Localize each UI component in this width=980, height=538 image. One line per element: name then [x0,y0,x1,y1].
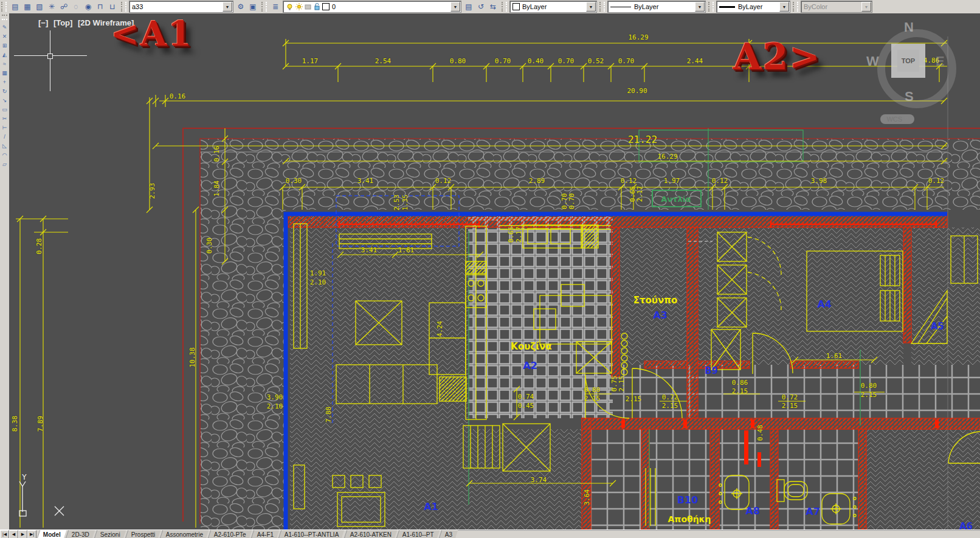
room-label: Στούνπο [633,295,678,306]
layout-tab-prospetti[interactable]: Prospetti [125,530,160,538]
dimension-label: 2.44 [687,57,703,65]
layer-previous-icon[interactable]: ▣ [247,1,259,12]
layout-tab-a1-610--pt-antlia[interactable]: A1-610--PT-ANTLIA [278,530,345,538]
dimension-label: 1.97 [664,177,680,185]
dimension-label: 2.10 [310,278,326,286]
room-label: A8 [745,505,760,517]
dimension-label: 10.38 [188,347,196,367]
layer-freeze-icon[interactable]: ✳ [46,1,58,12]
layout-tab-assonometrie[interactable]: Assonometrie [160,530,209,538]
copy-icon[interactable]: ⊞ [1,41,9,50]
offset-icon[interactable]: ≈ [1,59,9,68]
room-label: A1 [424,501,438,512]
chevron-down-icon[interactable]: ▼ [779,2,789,12]
linetype-combo[interactable]: ByLayer ▼ [607,1,706,13]
layout-tab-a1-610--pt[interactable]: A1-610--PT [396,530,440,538]
tab-nav-3[interactable]: ▶| [27,530,36,538]
dimension-label: 0.72 [662,393,678,401]
dimension-label: 1.17 [302,57,319,65]
layer-translate-icon[interactable]: ⇆ [487,1,499,12]
viewcube-top-face[interactable]: TOP [891,44,925,78]
layout-tab-a4-f1[interactable]: A4-F1 [251,530,280,538]
viewcube-north[interactable]: N [904,19,914,35]
sun-icon[interactable] [295,3,303,11]
layers-properties-icon[interactable]: ▤ [9,1,21,12]
layout-tab-a2-610-atken[interactable]: A2-610-ATKEN [343,530,397,538]
layer-settings-gear-icon[interactable]: ⚙ [235,1,247,12]
toolbar-grip[interactable] [2,15,7,20]
dimension-label: 2.53 [393,195,401,211]
dimension-label: 0.70 [618,57,635,65]
layer-states-icon[interactable]: ▦ [21,1,33,12]
make-object-layer-current-icon[interactable]: ▤ [463,1,475,12]
draw-line-icon[interactable]: ✎ [1,22,9,32]
array-icon[interactable]: ▦ [1,68,9,77]
chevron-down-icon[interactable]: ▼ [223,2,232,12]
toolbar-grip[interactable] [502,2,507,12]
layer-isolate-icon[interactable]: ▧ [33,1,46,12]
tab-nav-1[interactable]: ◀ [9,530,18,538]
layer-off-icon[interactable]: ◌ [70,1,82,12]
move-icon[interactable]: + [1,77,9,86]
layout-tab-2d-3d[interactable]: 2D-3D [66,530,95,538]
chevron-down-icon[interactable]: ▼ [695,2,705,12]
tab-nav-0[interactable]: |◀ [0,530,9,538]
dimension-label: 7.89 [36,416,44,432]
wcs-dropdown[interactable]: WCS ▽ [880,114,914,124]
chamfer-icon[interactable]: ◺ [1,141,9,150]
layer-extra-group: ▤↺⇆ [463,1,499,12]
dimension-label: 0.52 [588,57,604,65]
viewcube-east[interactable]: E [936,53,945,69]
stretch-icon[interactable]: ▭ [1,105,9,114]
fillet-icon[interactable]: ◠ [1,150,9,159]
toolbar-grip[interactable] [261,2,267,12]
layout-tab-a2-610-pte[interactable]: A2-610-PTe [208,530,252,538]
layer-unlock-icon[interactable]: ⊔ [106,1,119,12]
viewport-view-control[interactable]: [Top] [53,18,73,27]
trim-icon[interactable]: ✂ [1,114,9,123]
chevron-down-icon[interactable]: ▼ [586,2,596,12]
layer-state-combo[interactable]: a33 ▼ [129,1,233,13]
room-label: A4 [817,298,832,310]
lineweight-combo-value: ByLayer [738,3,762,10]
mirror-icon[interactable]: ◭ [1,50,9,59]
toolbar-grip[interactable] [121,2,126,12]
viewcube-south[interactable]: S [905,89,914,105]
plot-ghost-icon[interactable] [304,3,312,11]
explode-icon[interactable]: ▱ [1,159,9,168]
tab-nav-2[interactable]: ▶ [18,530,27,538]
chevron-down-icon[interactable]: ▼ [450,2,460,12]
model-space-canvas[interactable]: 16.291.172.540.800.700.400.700.520.702.4… [9,13,980,529]
plotstyle-combo: ByColor ▼ [801,1,872,13]
viewcube-west[interactable]: W [866,53,879,69]
toolbar-grip[interactable] [708,2,714,12]
rotate-icon[interactable]: ↻ [1,86,9,95]
layout-tab-a3[interactable]: A3 [438,530,458,538]
layer-walk-icon[interactable]: ☍ [58,1,70,12]
linetype-preview [610,7,631,7]
viewport-minus-control[interactable]: [−] [38,18,48,27]
layout-tab-model[interactable]: Model [37,530,66,538]
room-label: A6 [959,521,973,529]
scale-icon[interactable]: ↘ [1,95,9,105]
bulb-icon[interactable] [286,3,294,11]
toolbar-grip[interactable] [1,2,7,12]
layer-combo[interactable]: 0 ▼ [283,1,461,13]
lineweight-combo[interactable]: ByLayer ▼ [716,1,790,13]
viewcube[interactable]: N W E S TOP [865,23,960,118]
erase-icon[interactable]: ✕ [1,32,9,41]
wcs-label: WCS [886,116,902,123]
layout-tab-sezioni[interactable]: Sezioni [94,530,126,538]
toolbar-grip[interactable] [793,2,798,12]
layer-color-swatch[interactable] [322,3,330,10]
layer-properties-manager-icon[interactable]: ≣ [269,1,281,12]
toolbar-grip[interactable] [599,2,605,12]
layer-lock-icon[interactable]: ⊓ [94,1,106,12]
break-icon[interactable]: / [1,132,9,141]
color-combo[interactable]: ByLayer ▼ [509,1,597,13]
layer-previous-button-icon[interactable]: ↺ [475,1,487,12]
unlock-icon[interactable] [313,3,321,11]
extend-icon[interactable]: ⊢ [1,123,9,132]
room-label: B10 [677,494,698,506]
layer-on-icon[interactable]: ◉ [82,1,94,12]
